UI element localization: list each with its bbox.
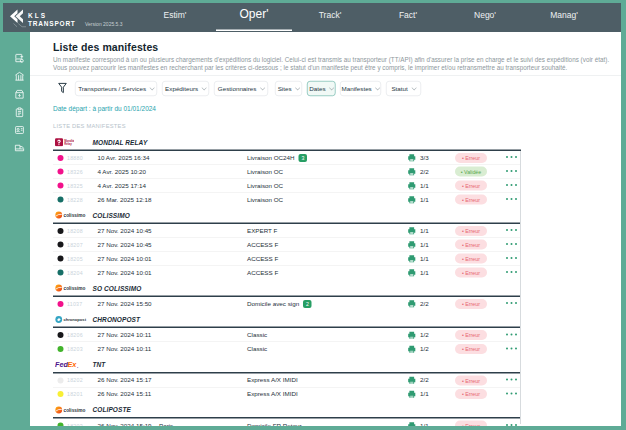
- svg-text:.: .: [77, 363, 78, 368]
- svg-text:colissimo: colissimo: [64, 286, 86, 291]
- svg-text:Ex: Ex: [68, 360, 78, 369]
- svg-text:Relay: Relay: [64, 142, 72, 146]
- svg-text:colissimo: colissimo: [64, 408, 86, 413]
- svg-text:chronopost: chronopost: [64, 317, 87, 322]
- svg-text:Fed: Fed: [55, 360, 68, 369]
- svg-text:colissimo: colissimo: [64, 213, 86, 218]
